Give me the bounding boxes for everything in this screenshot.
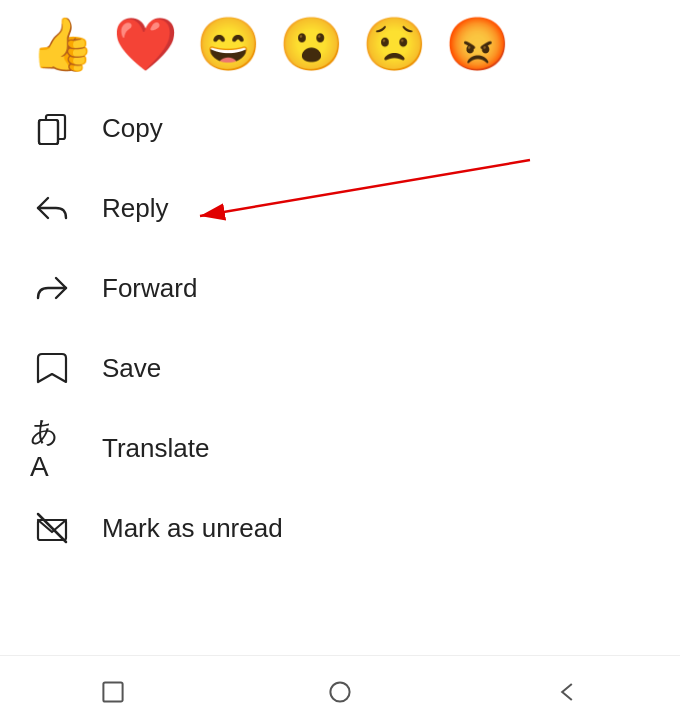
thumbs-up-emoji[interactable]: 👍	[30, 18, 95, 70]
save-icon	[30, 346, 74, 390]
translate-icon: あA	[30, 426, 74, 470]
grinning-emoji[interactable]: 😄	[196, 18, 261, 70]
copy-icon	[30, 106, 74, 150]
circle-icon	[324, 676, 356, 708]
mark-unread-label: Mark as unread	[102, 513, 283, 544]
svg-rect-7	[104, 682, 123, 701]
forward-icon	[30, 266, 74, 310]
save-label: Save	[102, 353, 161, 384]
square-icon	[97, 676, 129, 708]
reply-label: Reply	[102, 193, 168, 224]
bottom-navigation	[0, 655, 680, 727]
context-menu: Copy Reply Forward Save	[0, 88, 680, 568]
menu-item-forward[interactable]: Forward	[0, 248, 680, 328]
angry-emoji[interactable]: 😡	[445, 18, 510, 70]
open-mouth-emoji[interactable]: 😮	[279, 18, 344, 70]
translate-label: Translate	[102, 433, 209, 464]
heart-emoji[interactable]: ❤️	[113, 18, 178, 70]
svg-line-4	[38, 514, 66, 542]
reply-icon	[30, 186, 74, 230]
svg-rect-1	[39, 120, 58, 144]
menu-item-mark-unread[interactable]: Mark as unread	[0, 488, 680, 568]
nav-back-button[interactable]	[527, 667, 607, 717]
mark-unread-icon	[30, 506, 74, 550]
menu-item-save[interactable]: Save	[0, 328, 680, 408]
nav-circle-button[interactable]	[300, 667, 380, 717]
menu-item-translate[interactable]: あA Translate	[0, 408, 680, 488]
nav-square-button[interactable]	[73, 667, 153, 717]
menu-item-copy[interactable]: Copy	[0, 88, 680, 168]
back-triangle-icon	[551, 676, 583, 708]
emoji-reaction-row: 👍 ❤️ 😄 😮 😟 😡	[0, 0, 680, 88]
menu-item-reply[interactable]: Reply	[0, 168, 680, 248]
copy-label: Copy	[102, 113, 163, 144]
worried-emoji[interactable]: 😟	[362, 18, 427, 70]
svg-point-8	[330, 682, 349, 701]
forward-label: Forward	[102, 273, 197, 304]
